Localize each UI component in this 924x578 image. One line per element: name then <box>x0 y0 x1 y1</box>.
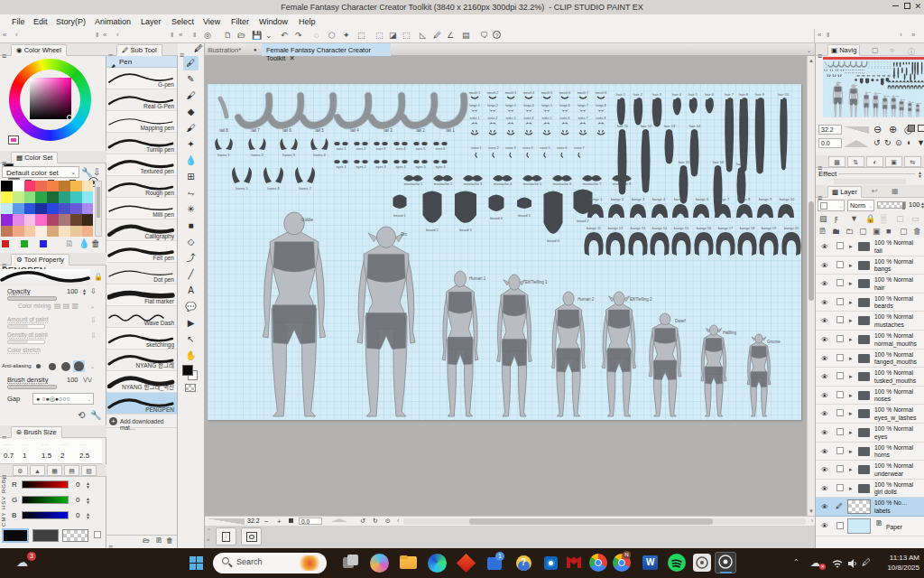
svg-text:mouth 6: mouth 6 <box>559 91 571 95</box>
svg-text:beard 7: beard 7 <box>577 219 589 223</box>
svg-text:eyes 6: eyes 6 <box>435 165 445 169</box>
svg-text:horns 5: horns 5 <box>236 186 248 191</box>
svg-text:mouth 4: mouth 4 <box>523 91 535 95</box>
svg-text:bangs 12: bangs 12 <box>608 226 624 230</box>
svg-text:tail 5: tail 5 <box>315 128 324 133</box>
svg-text:mouth 7: mouth 7 <box>578 91 589 95</box>
svg-text:horns 3: horns 3 <box>282 153 295 157</box>
svg-text:nose 2: nose 2 <box>488 146 498 150</box>
svg-text:hair 11: hair 11 <box>617 124 629 128</box>
svg-text:bangs 13: bangs 13 <box>631 226 646 230</box>
svg-text:ears 6: ears 6 <box>436 147 446 151</box>
svg-text:fangs 3: fangs 3 <box>505 104 516 107</box>
svg-text:horns 1: horns 1 <box>217 153 230 157</box>
svg-text:bangs 10: bangs 10 <box>780 197 795 201</box>
svg-text:beard 1: beard 1 <box>393 213 406 218</box>
svg-text:mouth 2: mouth 2 <box>487 91 499 95</box>
svg-text:mustache 4: mustache 4 <box>494 182 513 186</box>
svg-text:hair 4: hair 4 <box>672 92 682 97</box>
svg-text:bangs 8: bangs 8 <box>737 197 751 201</box>
svg-text:Halfling: Halfling <box>723 331 737 335</box>
svg-text:bangs 19: bangs 19 <box>762 226 777 230</box>
svg-text:Elf/Tiefling 2: Elf/Tiefling 2 <box>630 297 652 302</box>
svg-text:tusks 8: tusks 8 <box>596 117 605 120</box>
svg-text:bangs 1: bangs 1 <box>589 197 603 201</box>
svg-text:beard 6: beard 6 <box>547 238 559 243</box>
svg-text:hair 9: hair 9 <box>755 92 765 97</box>
svg-text:fangs 7: fangs 7 <box>578 104 588 107</box>
svg-text:nose 6: nose 6 <box>557 146 567 150</box>
svg-text:eyes 3: eyes 3 <box>375 165 385 169</box>
svg-text:hair 1: hair 1 <box>616 92 626 97</box>
svg-text:tusks 3: tusks 3 <box>505 117 515 120</box>
svg-text:eyes 4: eyes 4 <box>395 165 405 169</box>
svg-text:beard 2: beard 2 <box>426 228 439 232</box>
svg-text:eyes 2: eyes 2 <box>356 165 365 169</box>
svg-text:fangs 2: fangs 2 <box>487 104 498 107</box>
svg-text:mustache 2: mustache 2 <box>434 182 453 186</box>
svg-text:Human 2: Human 2 <box>578 297 595 302</box>
svg-text:Goldie: Goldie <box>301 218 314 222</box>
svg-text:beard 3: beard 3 <box>459 228 472 232</box>
svg-text:bangs 2: bangs 2 <box>611 197 624 201</box>
svg-text:hair 14: hair 14 <box>689 124 701 128</box>
svg-text:hair 7: hair 7 <box>725 92 735 97</box>
svg-text:hair 2: hair 2 <box>633 92 643 97</box>
svg-text:horns 6: horns 6 <box>267 186 280 191</box>
svg-text:tusks 5: tusks 5 <box>541 117 551 120</box>
svg-text:horns 2: horns 2 <box>251 153 263 157</box>
svg-text:tail 2: tail 2 <box>416 128 425 133</box>
svg-text:bangs 20: bangs 20 <box>784 226 799 230</box>
svg-text:Gnome: Gnome <box>767 340 781 344</box>
svg-text:beard 5: beard 5 <box>518 213 531 218</box>
svg-text:tail 1: tail 1 <box>446 128 455 133</box>
svg-text:bangs 16: bangs 16 <box>697 226 712 230</box>
svg-text:bangs 6: bangs 6 <box>696 197 709 201</box>
svg-text:tail 8: tail 8 <box>219 128 228 133</box>
svg-text:mustache 1: mustache 1 <box>404 182 423 186</box>
svg-text:hair 17: hair 17 <box>736 162 748 166</box>
svg-text:tusks 2: tusks 2 <box>487 117 497 120</box>
svg-text:fangs 4: fangs 4 <box>523 104 534 107</box>
svg-text:fangs 5: fangs 5 <box>541 104 552 107</box>
svg-text:hair 13: hair 13 <box>664 124 676 128</box>
svg-text:mustache 5: mustache 5 <box>523 182 542 186</box>
svg-text:ears 5: ears 5 <box>416 147 426 151</box>
svg-text:nose 1: nose 1 <box>471 146 481 150</box>
svg-text:Orc: Orc <box>401 232 408 237</box>
svg-text:hair 10: hair 10 <box>778 92 790 97</box>
svg-text:tail 6: tail 6 <box>282 128 291 133</box>
svg-text:Elf/Tiefling 1: Elf/Tiefling 1 <box>525 280 548 284</box>
svg-text:hair 5: hair 5 <box>688 92 698 97</box>
svg-text:Dwarf: Dwarf <box>675 319 687 323</box>
svg-text:nose 4: nose 4 <box>522 146 532 150</box>
svg-text:beard 4: beard 4 <box>490 216 503 220</box>
svg-text:bangs 3: bangs 3 <box>632 197 645 201</box>
svg-text:mouth 1: mouth 1 <box>469 91 481 95</box>
svg-text:hair 6: hair 6 <box>705 92 715 97</box>
svg-text:bangs 17: bangs 17 <box>718 226 734 230</box>
svg-text:hair 3: hair 3 <box>652 92 662 97</box>
svg-text:tusks 7: tusks 7 <box>578 117 587 120</box>
svg-text:mouth 5: mouth 5 <box>541 91 553 95</box>
svg-text:bangs 14: bangs 14 <box>652 226 668 230</box>
svg-text:hair 15: hair 15 <box>679 160 690 164</box>
svg-text:tusks 4: tusks 4 <box>523 117 533 120</box>
svg-text:hair 16: hair 16 <box>713 160 725 164</box>
svg-text:mouth 8: mouth 8 <box>596 91 607 95</box>
svg-text:hair 8: hair 8 <box>739 92 749 97</box>
svg-text:horns 4: horns 4 <box>313 153 326 157</box>
svg-text:tail 7: tail 7 <box>251 128 260 133</box>
svg-text:nose 3: nose 3 <box>505 146 515 150</box>
svg-text:ears 2: ears 2 <box>356 147 366 151</box>
svg-text:ears 3: ears 3 <box>376 147 386 151</box>
svg-text:ears 4: ears 4 <box>396 147 406 151</box>
svg-text:eyes 1: eyes 1 <box>336 165 346 169</box>
svg-text:bangs 5: bangs 5 <box>674 197 688 201</box>
svg-text:tail 4: tail 4 <box>350 128 359 133</box>
svg-text:fangs 6: fangs 6 <box>559 104 570 107</box>
svg-text:mouth 3: mouth 3 <box>505 91 517 95</box>
svg-text:fangs 8: fangs 8 <box>596 104 606 107</box>
svg-text:eyes 5: eyes 5 <box>415 165 425 169</box>
svg-text:horns 7: horns 7 <box>299 186 311 191</box>
